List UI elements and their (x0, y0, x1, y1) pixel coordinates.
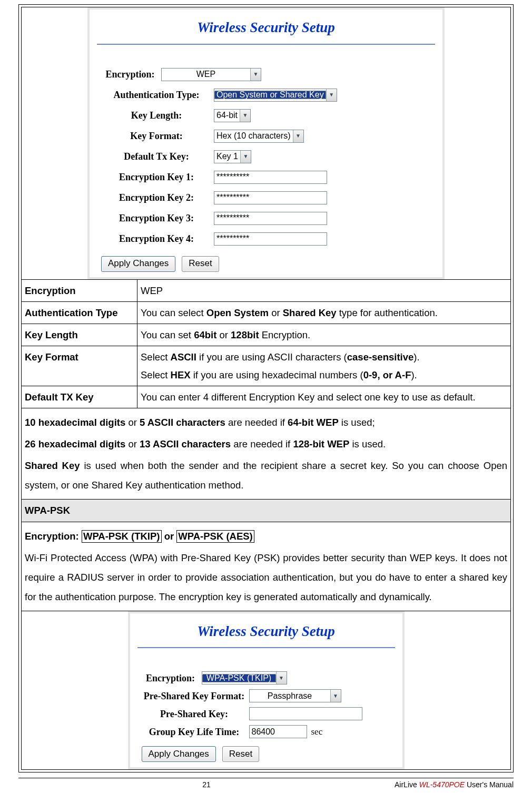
chevron-down-icon: ▼ (326, 89, 337, 101)
th-encryption: Encryption (22, 279, 137, 301)
panel-divider (97, 44, 435, 45)
encryption-select[interactable]: WEP ▼ (161, 68, 261, 81)
panel-divider (137, 647, 395, 648)
manual-title: AirLive WL-5470POE User's Manual (395, 780, 514, 789)
panel-title: Wireless Security Setup (90, 9, 442, 43)
td-keyfmt: Select ASCII if you are using ASCII char… (137, 346, 511, 386)
key-length-select[interactable]: 64-bit ▼ (214, 109, 251, 122)
wep-screenshot: Wireless Security Setup Encryption: WEP … (87, 7, 445, 279)
enc-key4-label: Encryption Key 4: (99, 234, 214, 243)
enc-key3-input[interactable]: ********** (214, 212, 327, 225)
sec-unit: sec (311, 727, 323, 736)
group-key-life-input[interactable]: 86400 (249, 725, 307, 738)
td-encryption: WEP (137, 279, 511, 301)
chevron-down-icon: ▼ (276, 672, 287, 684)
td-auth: You can select Open System or Shared Key… (137, 301, 511, 324)
wpa-psk-header: WPA-PSK (22, 500, 511, 522)
apply-changes-button[interactable]: Apply Changes (101, 256, 175, 272)
key-length-label: Key Length: (99, 111, 214, 120)
psk-format-label: Pre-Shared Key Format: (140, 691, 249, 701)
encryption-select[interactable]: WPA-PSK (TKIP) ▼ (202, 671, 287, 684)
encryption-label: Encryption: (140, 673, 202, 683)
enc-key1-label: Encryption Key 1: (99, 172, 214, 182)
enc-key3-label: Encryption Key 3: (99, 213, 214, 223)
th-deftx: Default TX Key (22, 386, 137, 408)
chevron-down-icon: ▼ (250, 69, 261, 81)
group-key-life-label: Group Key Life Time: (140, 727, 249, 737)
panel-title: Wireless Security Setup (130, 613, 402, 647)
default-tx-key-label: Default Tx Key: (99, 152, 214, 161)
encryption-label: Encryption: (99, 70, 161, 79)
enc-key2-input[interactable]: ********** (214, 191, 327, 204)
chevron-down-icon: ▼ (240, 151, 251, 163)
page-footer: 21 AirLive WL-5470POE User's Manual (18, 780, 514, 789)
apply-changes-button[interactable]: Apply Changes (142, 746, 216, 762)
td-deftx: You can enter 4 different Encryption Key… (137, 386, 511, 408)
enc-key4-input[interactable]: ********** (214, 232, 327, 246)
default-tx-key-select[interactable]: Key 1 ▼ (214, 150, 251, 163)
notes-cell: 10 hexadecimal digits or 5 ASCII charact… (22, 408, 511, 500)
enc-key2-label: Encryption Key 2: (99, 193, 214, 202)
psk-input[interactable] (249, 707, 362, 720)
auth-type-label: Authentication Type: (99, 90, 214, 100)
chevron-down-icon: ▼ (330, 690, 341, 702)
auth-type-select[interactable]: Open System or Shared Key ▼ (214, 89, 337, 102)
chevron-down-icon: ▼ (293, 130, 303, 142)
reset-button[interactable]: Reset (222, 746, 259, 762)
psk-format-select[interactable]: Passphrase ▼ (249, 689, 341, 702)
enc-key1-input[interactable]: ********** (214, 171, 327, 184)
th-keyfmt: Key Format (22, 346, 137, 386)
th-auth: Authentication Type (22, 301, 137, 324)
key-format-label: Key Format: (99, 131, 214, 141)
th-keylen: Key Length (22, 324, 137, 346)
wpa-desc-cell: Encryption: WPA-PSK (TKIP) or WPA-PSK (A… (22, 522, 511, 611)
key-format-select[interactable]: Hex (10 characters) ▼ (214, 130, 304, 143)
wpa-screenshot: Wireless Security Setup Encryption: WPA-… (128, 611, 405, 770)
psk-label: Pre-Shared Key: (140, 709, 249, 719)
footer-divider (18, 778, 514, 778)
chevron-down-icon: ▼ (240, 110, 250, 122)
td-keylen: You can set 64bit or 128bit Encryption. (137, 324, 511, 346)
reset-button[interactable]: Reset (182, 256, 219, 272)
page-number: 21 (18, 780, 395, 789)
